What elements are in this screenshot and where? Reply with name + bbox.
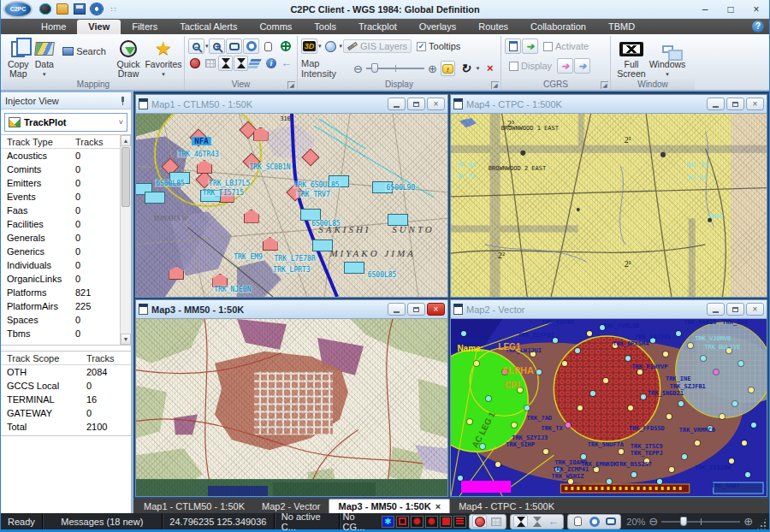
track-dot[interactable]: [524, 405, 530, 411]
map4-minimize-button[interactable]: [707, 98, 725, 110]
tab-tactical-alerts[interactable]: Tactical Alerts: [169, 20, 248, 34]
slider-thumb[interactable]: [371, 63, 378, 73]
map4-titlebar[interactable]: Map4 - CTPC - 1:500K ×: [451, 95, 767, 113]
hostile-air-track-symbol[interactable]: [244, 210, 259, 223]
track-dot[interactable]: [474, 361, 479, 366]
info-button[interactable]: i: [264, 56, 279, 71]
scrollbar-thumb[interactable]: [121, 147, 130, 207]
track-dot[interactable]: [657, 479, 662, 484]
track-dot[interactable]: [714, 369, 719, 375]
layers-button[interactable]: [249, 56, 264, 71]
map4-canvas[interactable]: BROWNWOOD 1 EASTBROWNWOOD 2 EAST2³2¹2²2¹…: [451, 113, 767, 297]
cgrs-next-button[interactable]: ➔: [574, 58, 590, 74]
track-dot[interactable]: [688, 343, 693, 348]
data-button[interactable]: Data ▾: [33, 38, 57, 79]
scroll-down-icon[interactable]: ▼: [121, 334, 131, 345]
tab-collaboration[interactable]: Collaboration: [519, 20, 597, 34]
table-row[interactable]: PlatformAirs225: [1, 299, 120, 313]
mdi-tab[interactable]: Map1 - CTLM50 - 1:50K: [135, 499, 253, 513]
tab-overlays[interactable]: Overlays: [408, 20, 467, 34]
friendly-surface-track-symbol[interactable]: [169, 172, 190, 184]
track-dot[interactable]: [644, 458, 649, 464]
map2-canvas[interactable]: Name: LEG1 ALPHA CP1 AC LEG 1 TRK_ENU3KN…: [451, 318, 767, 496]
track-dot[interactable]: [701, 356, 706, 361]
track-dot[interactable]: [742, 440, 747, 446]
track-dot[interactable]: [625, 356, 631, 361]
track-dot[interactable]: [575, 348, 580, 353]
globe-display-button[interactable]: [323, 38, 339, 54]
map2-restore-button[interactable]: [726, 303, 744, 316]
status-red-circle2-icon[interactable]: [425, 516, 438, 528]
status-world-button[interactable]: [472, 515, 487, 528]
intensity-plus-button[interactable]: ⊕: [428, 63, 437, 74]
map4-close-button[interactable]: ×: [746, 98, 764, 110]
track-dot[interactable]: [562, 361, 567, 366]
map1-canvas[interactable]: NFA31BTRK_46TR43TRK_SC0B1N6S00L85TRK_6S0…: [136, 113, 447, 297]
table-row[interactable]: Generics0: [1, 245, 120, 258]
hostile-air-track-symbol[interactable]: [169, 266, 184, 280]
track-dot[interactable]: [467, 419, 472, 424]
mdi-tab[interactable]: Map4 - CTPC - 1:500K: [450, 499, 563, 513]
table-row[interactable]: Individuals0: [1, 258, 120, 272]
status-asterisk-icon[interactable]: ✱: [382, 516, 394, 528]
track-dot[interactable]: [495, 462, 500, 467]
pan-note-button[interactable]: [226, 38, 242, 54]
track-dot[interactable]: [749, 387, 754, 393]
track-dot[interactable]: [666, 414, 672, 419]
hostile-air-track-symbol[interactable]: [197, 160, 212, 174]
gis-layers-button[interactable]: GIS Layers: [343, 39, 412, 53]
cgrs-display-checkbox[interactable]: Display: [505, 59, 556, 73]
map1-titlebar[interactable]: Map1 - CTLM50 - 1:50K ×: [136, 95, 447, 113]
track-dot[interactable]: [530, 352, 536, 357]
track-dot[interactable]: [669, 467, 674, 472]
chevron-down-icon[interactable]: ▾: [205, 43, 209, 50]
status-zoom-in-button[interactable]: ⊕: [743, 516, 753, 527]
status-red-circle-icon[interactable]: [411, 516, 424, 528]
tab-tbmd[interactable]: TBMD: [597, 20, 646, 34]
friendly-surface-track-symbol[interactable]: [329, 175, 349, 187]
open-icon[interactable]: [56, 3, 68, 15]
intensity-minus-button[interactable]: ⊖: [353, 63, 363, 74]
track-dot[interactable]: [607, 479, 612, 484]
close-icon[interactable]: ×: [435, 501, 441, 511]
track-dot[interactable]: [650, 338, 655, 343]
slider-thumb[interactable]: [680, 517, 687, 526]
track-dot[interactable]: [581, 454, 586, 459]
table-row[interactable]: OrganicLinks0: [1, 272, 120, 286]
clear-button[interactable]: ×: [483, 61, 497, 76]
zoom-out-button[interactable]: [188, 38, 204, 54]
injector-panel-titlebar[interactable]: Injector View: [1, 92, 131, 109]
tab-filters[interactable]: Filters: [121, 20, 169, 34]
track-dot[interactable]: [745, 472, 750, 477]
friendly-surface-track-symbol[interactable]: [300, 209, 321, 221]
tab-trackplot[interactable]: Trackplot: [347, 20, 408, 34]
search-button[interactable]: Search: [58, 44, 110, 58]
injector-selector-combobox[interactable]: TrackPlot ˅: [4, 113, 127, 132]
track-dot[interactable]: [603, 378, 608, 383]
status-note-button[interactable]: [603, 515, 618, 528]
map1-close-button[interactable]: ×: [427, 98, 445, 110]
table-row[interactable]: Acoustics0: [1, 149, 120, 163]
track-dot[interactable]: [641, 394, 646, 399]
track-dot[interactable]: [628, 405, 633, 411]
map3-minimize-button[interactable]: [388, 303, 406, 316]
track-dot[interactable]: [726, 348, 732, 353]
track-dot[interactable]: [637, 369, 643, 375]
track-dot[interactable]: [461, 331, 466, 336]
status-center-track-button[interactable]: [513, 515, 528, 528]
track-dot[interactable]: [568, 479, 573, 484]
close-button[interactable]: ×: [743, 1, 769, 18]
status-messages[interactable]: Messages (18 new): [43, 513, 162, 529]
hostile-track-symbol[interactable]: [286, 183, 304, 201]
status-grid-button[interactable]: [489, 515, 503, 528]
friendly-surface-track-symbol[interactable]: [388, 214, 408, 226]
cgrs-new-button[interactable]: [505, 38, 521, 54]
map2-minimize-button[interactable]: [707, 303, 725, 316]
track-dot[interactable]: [594, 467, 599, 472]
tab-tools[interactable]: Tools: [303, 20, 347, 34]
map3-titlebar[interactable]: Map3 - MM50 - 1:50K ×: [136, 300, 447, 318]
track-dot[interactable]: [678, 401, 684, 406]
hostile-track-symbol[interactable]: [189, 128, 207, 146]
track-dot[interactable]: [708, 426, 713, 431]
table-row[interactable]: Spaces0: [1, 313, 120, 327]
